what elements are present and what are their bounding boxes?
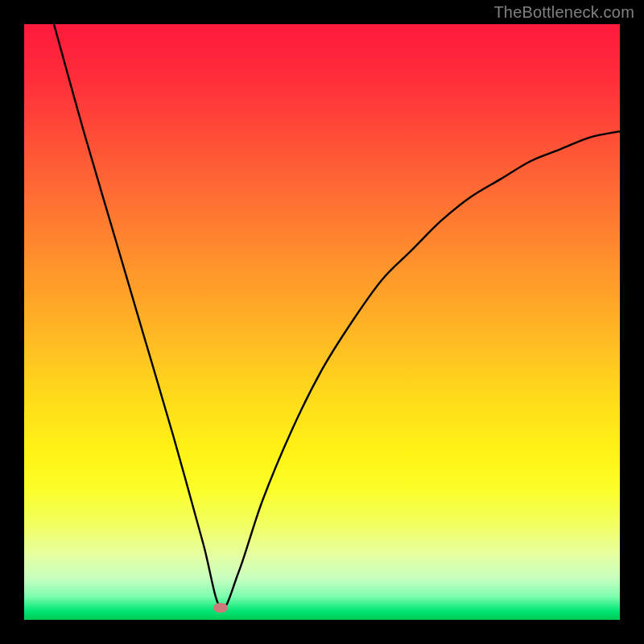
watermark-text: TheBottleneck.com [493, 3, 634, 22]
bottleneck-curve [24, 24, 620, 620]
chart-frame: TheBottleneck.com [0, 0, 644, 644]
optimal-point-marker [213, 603, 228, 613]
plot-area [24, 24, 620, 620]
